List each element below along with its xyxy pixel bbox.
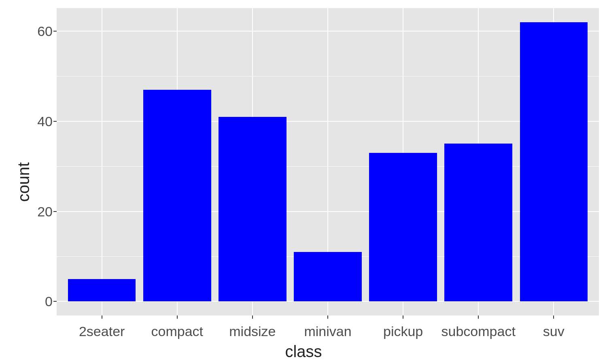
x-tick-mark xyxy=(327,315,328,319)
y-tick-label: 60 xyxy=(4,23,53,39)
grid-v-major xyxy=(102,8,102,315)
x-tick-label: 2seater xyxy=(79,324,125,339)
y-tick-mark xyxy=(53,31,57,32)
bar-pickup xyxy=(369,153,437,302)
bar-compact xyxy=(143,90,211,302)
x-tick-mark xyxy=(102,315,102,319)
x-tick-label: suv xyxy=(543,324,565,339)
x-tick-mark xyxy=(177,315,178,319)
x-tick-mark xyxy=(478,315,479,319)
y-tick-mark xyxy=(53,121,57,122)
y-tick-mark xyxy=(53,211,57,212)
y-tick-label: 40 xyxy=(4,113,53,129)
x-tick-label: midsize xyxy=(229,324,276,339)
x-tick-mark xyxy=(403,315,403,319)
bar-midsize xyxy=(219,117,287,302)
y-tick-label: 0 xyxy=(4,294,53,309)
x-tick-mark xyxy=(553,315,554,319)
y-axis-title: count xyxy=(15,162,33,202)
x-tick-label: pickup xyxy=(383,324,423,339)
y-tick-mark xyxy=(53,301,57,302)
x-tick-mark xyxy=(252,315,253,319)
x-tick-label: minivan xyxy=(304,324,351,339)
bar-suv xyxy=(520,22,588,302)
x-tick-label: subcompact xyxy=(441,324,516,339)
plot-panel xyxy=(57,8,599,315)
bar-subcompact xyxy=(444,144,512,301)
bar-2seater xyxy=(68,279,136,302)
x-tick-label: compact xyxy=(151,324,204,339)
chart-container: count class 0204060 2seatercompactmidsiz… xyxy=(0,0,607,364)
y-tick-label: 20 xyxy=(4,203,53,219)
x-axis-title: class xyxy=(0,343,607,361)
bar-minivan xyxy=(294,252,362,302)
